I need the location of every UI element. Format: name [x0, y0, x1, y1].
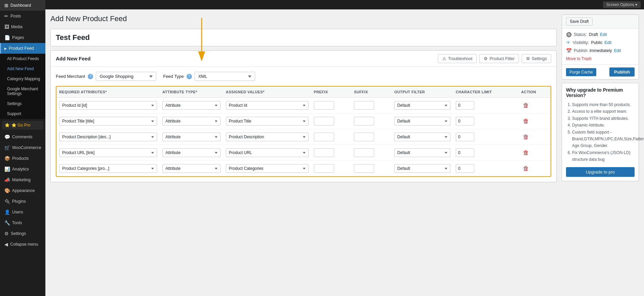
submenu-category-mapping[interactable]: Category Mapping: [0, 74, 45, 84]
sidebar-item-dashboard[interactable]: ⊞ Dashboard: [0, 0, 45, 11]
dashboard-icon: ⊞: [4, 3, 8, 8]
submenu-add-new-feed[interactable]: Add New Feed: [0, 64, 45, 74]
output-filter-select-0[interactable]: Default: [394, 101, 450, 110]
upgrade-box-title: Why upgrade to Premium Version?: [566, 87, 635, 98]
sidebar-item-plugins[interactable]: 🔌 Plugins: [0, 196, 45, 207]
star-icon: ⭐: [5, 123, 10, 128]
sidebar-item-collapse[interactable]: ◀ Collapse menu: [0, 239, 45, 250]
sidebar-item-posts[interactable]: ✏ Posts: [0, 11, 45, 21]
delete-row-button-0[interactable]: 🗑: [521, 101, 531, 110]
purge-cache-button[interactable]: Purge Cache: [566, 68, 596, 76]
edit-visibility-link[interactable]: Edit: [604, 40, 611, 45]
filter-icon: ⚙: [484, 56, 488, 61]
collapse-icon: ◀: [4, 242, 8, 247]
screen-options-button[interactable]: Screen Options ▾: [603, 1, 641, 8]
required-attr-select-3[interactable]: Product URL [link]: [59, 148, 157, 157]
marketing-icon: 📣: [4, 177, 10, 183]
edit-publish-time-link[interactable]: Edit: [614, 48, 621, 53]
publish-label: Publish: [574, 48, 588, 53]
calendar-icon: 📅: [566, 48, 572, 53]
attr-type-select-0[interactable]: Attribute: [162, 101, 220, 110]
prefix-input-1[interactable]: [314, 117, 334, 126]
assigned-value-select-4[interactable]: Product Categories: [226, 164, 309, 173]
assigned-value-select-2[interactable]: Product Description: [226, 133, 309, 141]
feed-title-input[interactable]: [56, 33, 551, 42]
settings-button[interactable]: ⚙ Settings: [522, 54, 551, 63]
delete-row-button-1[interactable]: 🗑: [521, 117, 531, 126]
save-draft-button[interactable]: Save Draft: [566, 17, 593, 26]
submenu-all-feeds[interactable]: All Product Feeds: [0, 54, 45, 64]
assigned-value-select-0[interactable]: Product Id: [226, 101, 309, 110]
sidebar-item-products[interactable]: 📦 Products: [0, 153, 45, 164]
attr-type-select-2[interactable]: Attribute: [162, 133, 220, 141]
output-filter-select-2[interactable]: Default: [394, 133, 450, 141]
assigned-value-select-1[interactable]: Product Title: [226, 117, 309, 126]
feedtype-help-icon[interactable]: ?: [187, 74, 192, 79]
sidebar-item-media[interactable]: 🖼 Media: [0, 21, 45, 32]
feed-merchant-select[interactable]: Google Shopping Facebook Bing Shopping A…: [96, 72, 156, 81]
sidebar-item-marketing[interactable]: 📣 Marketing: [0, 175, 45, 185]
attr-type-select-3[interactable]: Attribute: [162, 148, 220, 157]
sidebar-item-pages[interactable]: 📄 Pages: [0, 32, 45, 43]
attr-type-select-4[interactable]: Attribute: [162, 164, 220, 173]
edit-status-link[interactable]: Edit: [600, 32, 607, 37]
troubleshoot-button[interactable]: ⚠ Troubleshoot: [438, 54, 477, 63]
required-attr-select-2[interactable]: Product Description [des...]: [59, 133, 157, 141]
char-limit-input-3[interactable]: [456, 148, 474, 157]
suffix-input-3[interactable]: [354, 148, 374, 157]
suffix-input-4[interactable]: [354, 164, 374, 173]
output-filter-select-3[interactable]: Default: [394, 148, 450, 157]
merchant-help-icon[interactable]: ?: [88, 74, 93, 79]
char-limit-input-1[interactable]: [456, 117, 474, 126]
top-bar: Screen Options ▾: [45, 0, 644, 9]
move-to-trash-link[interactable]: Move to Trash: [566, 56, 592, 61]
sidebar-item-analytics[interactable]: 📊 Analytics: [0, 164, 45, 175]
product-filter-button[interactable]: ⚙ Product Filter: [479, 54, 519, 63]
go-pro-button[interactable]: ⭐ ⭐ Go Pro: [2, 121, 43, 130]
delete-row-button-3[interactable]: 🗑: [521, 149, 531, 157]
submenu-support[interactable]: Support: [0, 109, 45, 119]
sidebar-item-woocommerce[interactable]: 🛒 WooCommerce: [0, 142, 45, 153]
sidebar-item-settings[interactable]: ⚙ Settings: [0, 228, 45, 239]
sidebar-item-comments[interactable]: 💬 Comments: [0, 132, 45, 142]
required-attr-select-1[interactable]: Product Title [title]: [59, 117, 157, 126]
assigned-value-select-3[interactable]: Product URL: [226, 148, 309, 157]
feed-type-select[interactable]: XML CSV TSV JSON: [195, 72, 255, 81]
table-row: Product Categories [pro...] Attribute Pr…: [56, 161, 551, 177]
feed-type-label: Feed Type: [163, 74, 184, 79]
delete-row-button-4[interactable]: 🗑: [521, 164, 531, 173]
publish-time-value: immediately: [590, 48, 612, 53]
submenu-settings[interactable]: Settings: [0, 99, 45, 109]
prefix-input-4[interactable]: [314, 164, 334, 173]
char-limit-input-2[interactable]: [456, 133, 474, 141]
delete-row-button-2[interactable]: 🗑: [521, 133, 531, 141]
products-icon: 📦: [4, 156, 10, 161]
char-limit-input-4[interactable]: [456, 164, 474, 173]
prefix-input-3[interactable]: [314, 148, 334, 157]
suffix-input-1[interactable]: [354, 117, 374, 126]
sidebar-item-users[interactable]: 👤 Users: [0, 207, 45, 217]
suffix-input-2[interactable]: [354, 133, 374, 141]
upgrade-list-item: Supports more than 50 products.: [572, 101, 635, 108]
upgrade-pro-button[interactable]: Upgrade to pro: [566, 167, 635, 177]
publish-box-header: Save Draft: [562, 15, 639, 29]
feed-title-box: [50, 29, 557, 46]
output-filter-select-4[interactable]: Default: [394, 164, 450, 173]
char-limit-input-0[interactable]: [456, 101, 474, 110]
sidebar-item-product-feed[interactable]: ▸ Product Feed: [0, 43, 45, 54]
output-filter-select-1[interactable]: Default: [394, 117, 450, 126]
submenu-google-merchant[interactable]: Google Merchant Settings: [0, 84, 45, 99]
status-icon: 🔘: [566, 32, 572, 37]
publish-button[interactable]: Publish: [609, 67, 635, 77]
sidebar-item-appearance[interactable]: 🎨 Appearance: [0, 185, 45, 196]
required-attr-select-0[interactable]: Product Id [id]: [59, 101, 157, 110]
required-attr-select-4[interactable]: Product Categories [pro...]: [59, 164, 157, 173]
prefix-input-2[interactable]: [314, 133, 334, 141]
attributes-table-body: Product Id [id] Attribute Product Id Def…: [56, 98, 551, 177]
sidebar-item-tools[interactable]: 🔧 Tools: [0, 217, 45, 228]
suffix-input-0[interactable]: [354, 101, 374, 110]
upgrade-box: Why upgrade to Premium Version? Supports…: [562, 83, 639, 181]
table-row: Product Title [title] Attribute Product …: [56, 113, 551, 129]
prefix-input-0[interactable]: [314, 101, 334, 110]
attr-type-select-1[interactable]: Attribute: [162, 117, 220, 126]
